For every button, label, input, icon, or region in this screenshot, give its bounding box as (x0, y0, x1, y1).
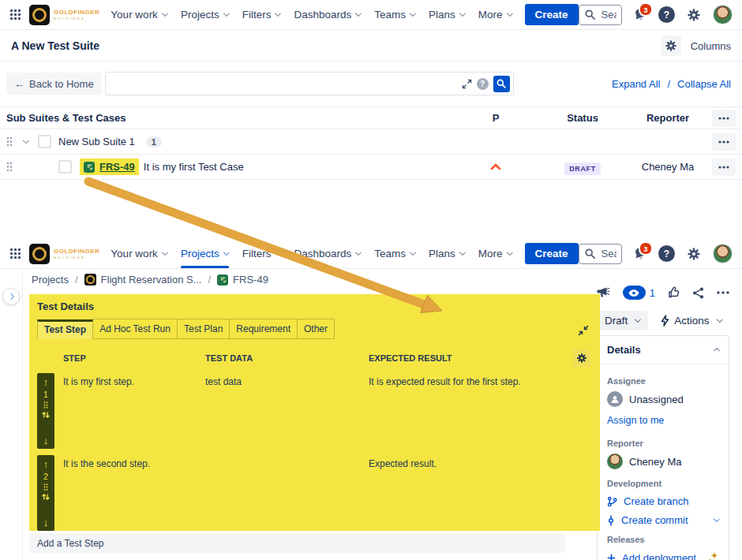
table-settings-gear-icon[interactable] (661, 35, 681, 56)
breadcrumb-project[interactable]: Flight Reservation S... (84, 274, 202, 286)
test-case-row: FRS-49 It is my first Test Case DRAFT Ch… (0, 155, 742, 180)
settings-gear-icon[interactable] (687, 247, 701, 261)
like-thumbs-up-icon[interactable] (668, 286, 680, 299)
create-button[interactable]: Create (525, 4, 579, 25)
move-step-down-icon[interactable]: ↓ (43, 517, 49, 528)
step-test-data[interactable] (205, 458, 369, 531)
step-drag-handle-icon[interactable] (43, 401, 48, 409)
nav-item-more[interactable]: More (478, 9, 512, 21)
user-avatar[interactable] (713, 244, 733, 263)
watching-eye-icon (623, 286, 646, 300)
drag-handle-icon[interactable] (6, 136, 13, 147)
goldfinger-logo-emblem (29, 5, 50, 25)
step-toolbar: ↑ 1 ↓ (37, 373, 54, 449)
reorder-step-icon[interactable] (42, 493, 50, 501)
links-separator: / (667, 78, 670, 90)
details-panel-header[interactable]: Details (598, 336, 729, 364)
tab-requirement[interactable]: Requirement (230, 319, 298, 339)
commit-options-chevron-icon[interactable] (714, 516, 720, 522)
app-switcher-icon[interactable] (9, 9, 21, 21)
sub-suite-checkbox[interactable] (38, 135, 51, 148)
status-dropdown[interactable]: Draft (597, 311, 648, 330)
branch-icon (607, 496, 617, 507)
notifications-bell-icon[interactable]: 3 (633, 247, 646, 260)
search-help-icon[interactable]: ? (477, 78, 489, 90)
table-more-button[interactable] (712, 110, 736, 127)
assign-to-me-link[interactable]: Assign to me (607, 415, 664, 426)
step-table-gear-icon[interactable] (573, 349, 590, 367)
breadcrumb-projects[interactable]: Projects (32, 274, 69, 286)
suite-toolbar: ← Back to Home ? Expand All / Collapse A… (0, 62, 742, 105)
col-expected-result: EXPECTED RESULT (369, 353, 592, 363)
step-drag-handle-icon[interactable] (43, 483, 48, 491)
create-branch-link[interactable]: Create branch (607, 495, 719, 507)
reporter-value[interactable]: Cheney Ma (607, 454, 719, 469)
tab-ad-hoc-test-run[interactable]: Ad Hoc Test Run (93, 319, 178, 339)
test-case-key-highlight: FRS-49 (80, 159, 139, 175)
test-case-key-link[interactable]: FRS-49 (99, 161, 135, 173)
tab-other[interactable]: Other (298, 319, 335, 339)
nav-item-filters[interactable]: Filters (242, 9, 281, 21)
create-commit-link[interactable]: Create commit (607, 514, 719, 526)
nav-item-teams[interactable]: Teams (374, 248, 415, 259)
move-step-up-icon[interactable]: ↑ (43, 377, 49, 387)
nav-item-dashboards[interactable]: Dashboards (294, 9, 361, 21)
collapse-all-link[interactable]: Collapse All (677, 78, 731, 90)
move-step-down-icon[interactable]: ↓ (43, 435, 49, 446)
move-step-up-icon[interactable]: ↑ (43, 459, 49, 469)
test-case-checkbox[interactable] (58, 160, 72, 174)
help-icon[interactable]: ? (658, 6, 675, 23)
user-avatar[interactable] (713, 5, 733, 24)
nav-item-teams[interactable]: Teams (374, 9, 415, 21)
nav-menu: Your work Projects Filters Dashboards Te… (111, 9, 512, 21)
step-text[interactable]: It is the second step. (54, 458, 205, 531)
suite-search-input[interactable] (106, 73, 462, 95)
share-icon[interactable] (692, 287, 704, 299)
nav-item-plans[interactable]: Plans (429, 248, 465, 259)
drag-handle-icon[interactable] (6, 162, 13, 172)
nav-item-more[interactable]: More (478, 248, 512, 259)
tab-test-step[interactable]: Test Step (37, 319, 93, 339)
nav-item-dashboards[interactable]: Dashboards (294, 248, 361, 259)
columns-button[interactable]: Columns (691, 40, 731, 52)
nav-item-your-work[interactable]: Your work (111, 9, 167, 21)
nav-item-your-work[interactable]: Your work (111, 248, 167, 259)
back-to-home-button[interactable]: ← Back to Home (6, 73, 102, 95)
create-button[interactable]: Create (525, 243, 579, 264)
nav-item-projects-active[interactable]: Projects (181, 248, 229, 259)
run-search-button[interactable] (493, 76, 510, 92)
goldfinger-logo[interactable]: GOLDFINGER HOLDINGS (29, 244, 99, 264)
nav-item-projects[interactable]: Projects (181, 9, 229, 21)
expand-all-link[interactable]: Expand All (612, 78, 660, 90)
step-expected-result[interactable]: It is expected result for the first step… (369, 376, 592, 449)
row-more-button[interactable] (712, 159, 736, 176)
expand-sidebar-toggle[interactable] (2, 288, 20, 305)
app-switcher-icon[interactable] (9, 248, 21, 259)
nav-item-plans[interactable]: Plans (429, 9, 465, 21)
test-case-summary[interactable]: It is my first Test Case (144, 161, 244, 173)
step-expected-result[interactable]: Expected result. (369, 458, 592, 531)
nav-item-filters[interactable]: Filters (242, 248, 281, 259)
step-text[interactable]: It is my first step. (54, 376, 205, 449)
help-icon[interactable]: ? (658, 245, 675, 262)
reorder-step-icon[interactable] (42, 411, 50, 419)
notifications-bell-icon[interactable]: 3 (633, 8, 646, 21)
tab-test-plan[interactable]: Test Plan (178, 319, 230, 339)
issue-more-icon[interactable] (717, 291, 729, 294)
watchers-control[interactable]: 1 (623, 286, 655, 300)
row-more-button[interactable] (712, 133, 736, 151)
add-test-step-button[interactable]: Add a Test Step (29, 533, 565, 553)
collapse-row-chevron-icon[interactable] (23, 137, 29, 144)
actions-dropdown[interactable]: Actions (661, 315, 721, 327)
expand-field-icon[interactable] (462, 79, 472, 89)
add-deployment-link[interactable]: Add deployment (607, 551, 719, 560)
assignee-value[interactable]: Unassigned (607, 391, 719, 407)
sub-suite-name[interactable]: New Sub Suite 1 (58, 136, 135, 147)
collapse-panel-icon[interactable] (578, 325, 589, 336)
logo-subtitle: HOLDINGS (54, 256, 99, 259)
settings-gear-icon[interactable] (687, 8, 701, 22)
breadcrumb-issue-key[interactable]: FRS-49 (217, 274, 268, 286)
goldfinger-logo[interactable]: GOLDFINGER HOLDINGS (29, 5, 99, 25)
test-details-title: Test Details (37, 301, 592, 312)
step-test-data[interactable]: test data (205, 376, 369, 449)
